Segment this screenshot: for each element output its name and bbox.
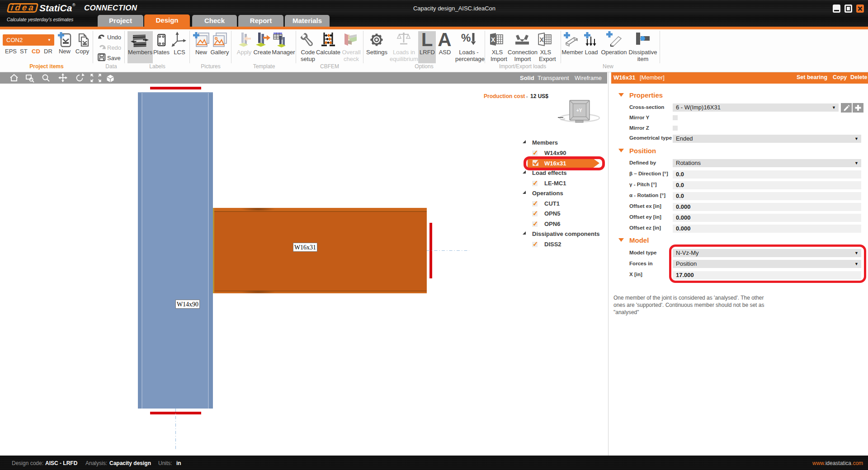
svg-text:X: X — [491, 36, 495, 43]
svg-text:X: X — [540, 36, 544, 43]
svg-text:%: % — [461, 32, 471, 44]
svg-text:+Y: +Y — [576, 108, 582, 113]
